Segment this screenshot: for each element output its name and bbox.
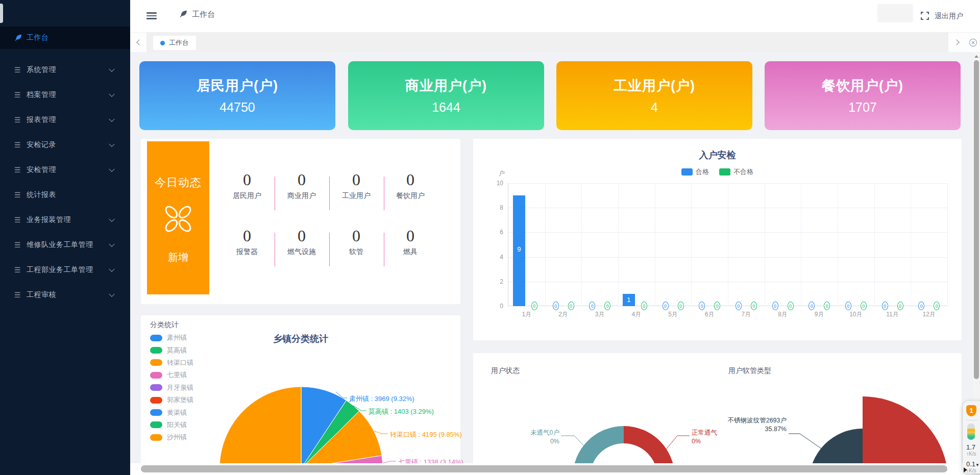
chevron-down-icon <box>109 141 114 147</box>
speed-monitor-widget[interactable]: 1 1.7 ↑K/s 0.1▼ ↓K/s <box>963 401 980 473</box>
pie-callout-label-1: 莫高镇 : 1403 (3.29%) <box>369 407 434 416</box>
zero-marker-不合格-6月: 0 <box>714 302 720 310</box>
y-tick-label: 10 <box>488 180 503 187</box>
menu-lines-icon: ☰ <box>14 191 22 198</box>
gridline-v <box>911 183 911 306</box>
username-redacted <box>877 4 913 22</box>
today-stat-value: 0 <box>274 170 330 189</box>
sidebar-item-label: 工程审核 <box>27 290 56 299</box>
pie-callout-label-2: 转渠口镇 : 4195 (9.85%) <box>390 430 462 439</box>
sidebar-item-0[interactable]: 工作台 <box>0 27 130 49</box>
zero-marker-不合格-8月: 0 <box>788 302 794 310</box>
status-hose-panel: 用户状态 未通气0户0%正常通气0户0% 用户软管类型 不锈钢波纹管2693户3… <box>473 353 962 475</box>
y-tick-label: 2 <box>488 278 503 285</box>
fullscreen-icon[interactable] <box>920 11 929 22</box>
sidebar-item-label: 业务报装管理 <box>27 215 71 224</box>
vertical-scrollbar-thumb[interactable] <box>974 60 979 379</box>
sidebar-item-7[interactable]: ☰业务报装管理 <box>0 208 130 232</box>
expand-triangle-icon[interactable] <box>964 467 967 472</box>
pie-slice-5 <box>219 387 301 475</box>
x-tick-label: 9月 <box>804 310 835 319</box>
pink-divider <box>384 177 384 210</box>
today-stat-1: 0商业用户 <box>274 170 330 201</box>
zero-marker-合格-12月: 0 <box>918 302 924 310</box>
sidebar-item-2[interactable]: ☰档案管理 <box>0 83 130 107</box>
pinwheel-icon <box>162 203 194 237</box>
close-all-tabs-button[interactable] <box>966 33 980 52</box>
today-stat-value: 0 <box>382 227 438 245</box>
zero-marker-不合格-5月: 0 <box>678 302 684 310</box>
sidebar-item-label: 档案管理 <box>27 90 56 99</box>
today-stat-label: 软管 <box>328 247 384 257</box>
sidebar-item-10[interactable]: ☰工程审核 <box>0 283 130 307</box>
today-stat-5: 0燃气设施 <box>274 227 330 257</box>
menu-lines-icon: ☰ <box>14 266 22 273</box>
zero-marker-不合格-12月: 0 <box>934 302 940 310</box>
gridline-v <box>655 183 655 306</box>
y-tick-label: 6 <box>488 229 503 236</box>
sidebar-item-6[interactable]: ☰统计报表 <box>0 183 130 207</box>
pink-divider <box>329 233 330 266</box>
tab-scroll-left-button[interactable] <box>130 33 146 52</box>
dashboard-screen: 工作台☰系统管理☰档案管理☰报表管理☰安检记录☰安检管理☰统计报表☰业务报装管理… <box>0 0 980 475</box>
legend-item-合格[interactable]: 合格 <box>681 167 709 177</box>
today-stat-label: 居民用户 <box>219 191 275 201</box>
legend-swatch <box>719 168 730 176</box>
today-stat-3: 0餐饮用户 <box>382 170 438 201</box>
today-stat-4: 0报警器 <box>219 227 275 257</box>
today-stat-value: 0 <box>382 170 438 189</box>
sidebar-item-4[interactable]: ☰安检记录 <box>0 133 130 157</box>
stat-card-value: 1644 <box>432 100 460 115</box>
tab-scroll-right-button[interactable] <box>948 33 966 52</box>
zero-marker-不合格-4月: 0 <box>641 302 647 310</box>
sidebar-item-label: 安检记录 <box>27 140 56 149</box>
widget-divider <box>966 420 977 420</box>
today-stat-label: 报警器 <box>219 247 275 257</box>
stat-card-value: 1707 <box>848 100 877 115</box>
zero-marker-不合格-1月: 0 <box>531 302 537 310</box>
gridline-v <box>618 183 619 306</box>
scroll-up-arrow-icon[interactable] <box>974 55 978 58</box>
logout-button[interactable]: 退出用户 <box>935 12 963 21</box>
gridline-v <box>691 183 692 306</box>
chevron-down-icon <box>109 166 114 172</box>
hamburger-menu-icon[interactable] <box>146 12 157 19</box>
pink-divider <box>384 233 384 266</box>
sidebar-item-1[interactable]: ☰系统管理 <box>0 58 130 82</box>
today-badge-title: 今日动态 <box>155 175 202 190</box>
user-status-chart: 用户状态 未通气0户0%正常通气0户0% <box>473 353 717 475</box>
today-stat-label: 商业用户 <box>274 191 330 201</box>
sidebar-item-label: 报表管理 <box>27 115 56 124</box>
sidebar-item-label: 安检管理 <box>27 165 56 174</box>
menu-lines-icon: ☰ <box>14 216 22 223</box>
sidebar-item-label: 系统管理 <box>27 65 56 74</box>
sidebar: 工作台☰系统管理☰档案管理☰报表管理☰安检记录☰安检管理☰统计报表☰业务报装管理… <box>0 0 130 475</box>
zero-marker-合格-11月: 0 <box>882 302 888 310</box>
topbar: 工作台 退出用户 <box>130 0 980 33</box>
legend-item-不合格[interactable]: 不合格 <box>719 167 753 177</box>
zero-marker-不合格-3月: 0 <box>604 302 610 310</box>
status-label-left: 未通气0户0% <box>498 429 559 446</box>
sidebar-item-5[interactable]: ☰安检管理 <box>0 158 130 182</box>
menu-lines-icon: ☰ <box>14 66 22 73</box>
x-tick-label: 2月 <box>548 310 579 319</box>
tab-workbench[interactable]: 工作台 <box>153 36 196 50</box>
sidebar-item-3[interactable]: ☰报表管理 <box>0 108 130 132</box>
zero-marker-不合格-7月: 0 <box>751 302 757 310</box>
today-stat-label: 燃气设施 <box>274 247 330 257</box>
sidebar-item-9[interactable]: ☰工程部业务工单管理 <box>0 258 130 282</box>
hose-type-chart: 用户软管类型 不锈钢波纹管2693户35.87% <box>717 353 962 475</box>
menu-lines-icon: ☰ <box>14 291 22 298</box>
horizontal-scrollbar-thumb[interactable] <box>141 465 947 472</box>
sidebar-item-8[interactable]: ☰维修队业务工单管理 <box>0 233 130 257</box>
leaf-icon <box>179 9 188 20</box>
y-axis-unit-label: 户 <box>499 169 505 178</box>
menu-lines-icon: ☰ <box>14 166 22 173</box>
sidebar-item-label: 工作台 <box>27 33 49 42</box>
user-status-donut <box>473 353 717 475</box>
today-stat-value: 0 <box>328 170 384 189</box>
x-tick-label: 6月 <box>694 310 725 319</box>
x-tick-label: 8月 <box>768 310 798 319</box>
chevron-down-icon <box>109 116 114 122</box>
today-stat-value: 0 <box>219 170 275 189</box>
